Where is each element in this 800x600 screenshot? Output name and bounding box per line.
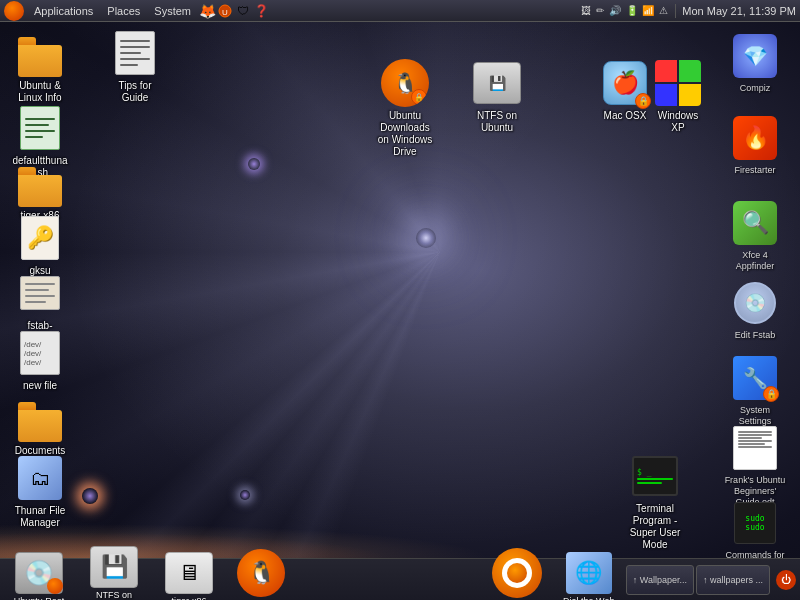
- dock-computer[interactable]: Computer: [482, 546, 552, 600]
- winxp-img: [654, 59, 702, 107]
- ntfs-label: NTFS on Ubuntu: [466, 109, 528, 135]
- icon-thunar[interactable]: 🗂 Thunar File Manager: [5, 450, 75, 534]
- firestarter-img: 🔥: [731, 114, 779, 162]
- light-center: [416, 228, 436, 248]
- menu-places[interactable]: Places: [101, 3, 146, 19]
- compiz-label: Compiz: [737, 82, 774, 95]
- thunar-img: 🗂: [16, 454, 64, 502]
- frank-guide-img: [731, 424, 779, 472]
- defaultthunar-img: [16, 104, 64, 152]
- computer-img: [492, 548, 542, 598]
- icon-new-file[interactable]: /dev/ /dev/ /dev/ new file: [5, 325, 75, 397]
- terminal-img: $ _: [631, 452, 679, 500]
- menu-system[interactable]: System: [148, 3, 197, 19]
- gksu-img: 🔑: [16, 214, 64, 262]
- icon-firestarter[interactable]: 🔥 Firestarter: [710, 110, 800, 181]
- icon-compiz[interactable]: 💎 Compiz: [710, 28, 800, 99]
- dock-ubuntu-root[interactable]: 💿 Ubuntu Root: [4, 550, 74, 600]
- ntfs-img: 💾: [473, 59, 521, 107]
- icon-xfce-appfinder[interactable]: 🔍 Xfce 4 Appfinder: [710, 195, 800, 277]
- fstab-edit-img: [16, 269, 64, 317]
- tray-icon-firefox[interactable]: 🦊: [199, 3, 215, 19]
- tiger-img: [16, 159, 64, 207]
- ubuntu-root-label: Ubuntu Root: [11, 595, 68, 600]
- icon-terminal[interactable]: $ _ Terminal Program - Super User Mode: [605, 448, 705, 556]
- tray-icon-bat[interactable]: 🔋: [626, 5, 638, 16]
- ubuntu-root-img: 💿: [15, 552, 63, 594]
- sparkle-3: [240, 490, 250, 500]
- sparkle-2: [82, 488, 98, 504]
- tiger-dock-label: tiger-x86: [168, 595, 209, 600]
- thunar-label: Thunar File Manager: [9, 504, 71, 530]
- ubuntu-downloads-img: 🐧 🔒: [381, 59, 429, 107]
- tray-separator: [675, 4, 676, 18]
- sparkle-1: [248, 158, 260, 170]
- dial-web-img: 🌐: [566, 552, 612, 594]
- taskbar-right: 🖼 ✏ 🔊 🔋 📶 ⚠ Mon May 21, 11:39 PM: [576, 4, 800, 18]
- clock: Mon May 21, 11:39 PM: [682, 5, 796, 17]
- winxp-label: Windows XP: [647, 109, 709, 135]
- tray-power-icon[interactable]: ⏻: [776, 570, 796, 590]
- appfinder-label: Xfce 4 Appfinder: [721, 249, 789, 273]
- mac-img: 🍎 🔒: [601, 59, 649, 107]
- tray-icon-1[interactable]: U: [217, 3, 233, 19]
- commands-img: sudo sudo: [731, 499, 779, 547]
- icon-ubuntu-downloads[interactable]: 🐧 🔒 Ubuntu Downloads on Windows Drive: [360, 55, 450, 163]
- icon-edit-fstab[interactable]: 💿 Edit Fstab: [710, 275, 800, 346]
- desktop: Applications Places System 🦊 U 🛡 ❓ 🖼 ✏ 🔊…: [0, 0, 800, 600]
- icon-tips-for-guide[interactable]: Tips for Guide: [100, 25, 170, 109]
- tray-icon-img1[interactable]: 🖼: [581, 5, 591, 16]
- ubuntu-logo: [4, 1, 24, 21]
- taskbar-top: Applications Places System 🦊 U 🛡 ❓ 🖼 ✏ 🔊…: [0, 0, 800, 22]
- dock-tiger[interactable]: 🖥 tiger-x86: [154, 550, 224, 600]
- tray-icon-3[interactable]: ❓: [253, 3, 269, 19]
- edit-fstab-img: 💿: [731, 279, 779, 327]
- tips-img: [111, 29, 159, 77]
- svg-text:U: U: [222, 8, 228, 17]
- dial-web-label: Dial the Web: [560, 595, 617, 600]
- tray-icon-2[interactable]: 🛡: [235, 3, 251, 19]
- edit-fstab-label: Edit Fstab: [732, 329, 779, 342]
- tips-label: Tips for Guide: [104, 79, 166, 105]
- dock-boot-drive[interactable]: 🐧 Boot Drive: [226, 547, 296, 600]
- tray-icon-pencil[interactable]: ✏: [596, 5, 604, 16]
- ubuntu-linux-info-img: [16, 29, 64, 77]
- icon-windows-xp[interactable]: Windows XP: [643, 55, 713, 139]
- menu-applications[interactable]: Applications: [28, 3, 99, 19]
- icon-ntfs-ubuntu[interactable]: 💾 NTFS on Ubuntu: [462, 55, 532, 139]
- appfinder-img: 🔍: [731, 199, 779, 247]
- taskbar-bottom: 💿 Ubuntu Root 💾 NTFS on Ubuntu 🖥 tiger-x…: [0, 558, 800, 600]
- taskbar-wallpaper-btn1[interactable]: ↑ Wallpaper...: [626, 565, 694, 595]
- dock-ntfs[interactable]: 💾 NTFS on Ubuntu: [76, 544, 152, 600]
- taskbar-left-menus: Applications Places System 🦊 U 🛡 ❓: [0, 1, 273, 21]
- ubuntu-downloads-label: Ubuntu Downloads on Windows Drive: [371, 109, 439, 159]
- ntfs-dock-label: NTFS on Ubuntu: [80, 589, 148, 600]
- firestarter-label: Firestarter: [731, 164, 778, 177]
- system-settings-img: 🔧 🔒: [731, 354, 779, 402]
- documents-img: [16, 394, 64, 442]
- dock-dial-web[interactable]: 🌐 Dial the Web: [554, 550, 624, 600]
- tray-icon-warn[interactable]: ⚠: [659, 5, 668, 16]
- new-file-img: /dev/ /dev/ /dev/: [16, 329, 64, 377]
- ntfs-dock-img: 💾: [90, 546, 138, 588]
- icon-ubuntu-linux-info[interactable]: Ubuntu & Linux Info: [5, 25, 75, 109]
- boot-drive-img: 🐧: [237, 549, 285, 597]
- tiger-dock-img: 🖥: [165, 552, 213, 594]
- tray-icon-vol[interactable]: 🔊: [609, 5, 621, 16]
- tray-network-icons: 🖼 ✏ 🔊 🔋 📶 ⚠: [580, 5, 669, 16]
- power-symbol: ⏻: [781, 574, 791, 585]
- taskbar-wallpaper-btn2[interactable]: ↑ wallpapers ...: [696, 565, 770, 595]
- compiz-img: 💎: [731, 32, 779, 80]
- tray-icon-net[interactable]: 📶: [642, 5, 654, 16]
- terminal-label: Terminal Program - Super User Mode: [621, 502, 689, 552]
